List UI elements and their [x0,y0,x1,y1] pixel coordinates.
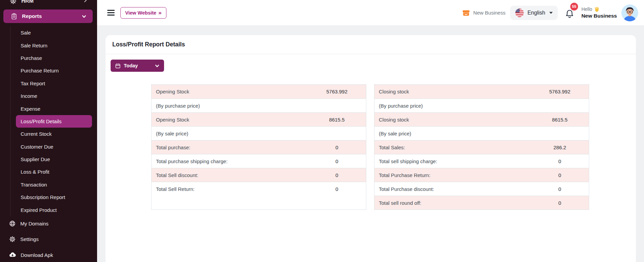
submenu-item-label: Loss/Profit Details [21,118,62,124]
business-name-label: New Business [473,10,505,16]
date-filter-label: Today [124,63,138,68]
sidebar-item-settings[interactable]: Settings [0,232,97,247]
submenu-item-label: Purchase [21,55,42,61]
hamburger-menu-icon[interactable] [107,8,115,17]
avatar[interactable] [621,4,638,21]
table-row: (By purchase price) [152,99,366,112]
sidebar-submenu-item[interactable]: Transaction [16,178,92,191]
table-row: Total Sell Return: 0 [152,182,366,196]
table-row: Total purchase shipping charge: 0 [152,154,366,168]
row-label: (By sale price) [374,131,531,136]
opening-stock-table: Opening Stock 5763.992 (By purchase pric… [151,84,366,210]
caret-down-icon [549,12,553,14]
table-row: Total sell round off: 0 [374,196,589,210]
sidebar-item-download-apk[interactable]: Download Apk [0,247,97,262]
table-row: (By sale price) [152,126,366,140]
language-selector[interactable]: English [510,6,557,20]
sidebar-submenu-item[interactable]: Sale Return [16,39,92,51]
sidebar-submenu-item[interactable]: Expired Product [16,203,92,216]
hrm-gear-icon [9,0,17,5]
row-label: Total Sales: [374,145,531,150]
sidebar-submenu-item[interactable]: Loss & Profit [16,166,92,178]
submenu-item-label: Current Stock [21,131,52,137]
clipboard-icon [10,13,18,20]
sidebar-item-label: My Domains [20,221,48,226]
row-value: 5763.992 [531,89,589,94]
sidebar-submenu-item[interactable]: Subscription Report [16,191,92,203]
row-value: 0 [308,172,366,178]
sidebar-item-label: HRM [21,0,33,4]
row-label: Opening Stock [152,117,308,123]
sidebar-submenu-item[interactable]: Expense [16,102,92,115]
language-label: English [527,10,545,16]
card-header: Loss/Profit Report Details [106,35,636,54]
submenu-item-label: Tax Report [21,81,45,86]
calendar-icon [115,63,121,69]
notifications-button[interactable]: 55 [564,6,576,20]
greeting-label: Hello [581,6,592,12]
sidebar-submenu-item[interactable]: Loss/Profit Details [16,115,92,128]
row-label: Total sell round off: [374,200,531,206]
row-label: Total Sell discount: [152,172,308,178]
row-label: Closing stock [374,117,531,123]
shop-icon [462,9,470,17]
chevron-right-icon [83,0,88,3]
sidebar-submenu-item[interactable]: Current Stock [16,128,92,140]
submenu-item-label: Income [21,93,37,99]
row-label: Total purchase: [152,145,308,150]
sidebar-submenu-item[interactable]: Customer Due [16,140,92,153]
sidebar-item-label: Download Apk [21,252,53,258]
gear-icon [9,236,16,243]
submenu-item-label: Purchase Return [21,68,59,73]
chevron-down-icon [155,63,160,68]
row-label: Total Sell Return: [152,186,308,192]
sidebar-group-reports[interactable]: Reports [3,9,93,23]
sidebar-submenu-item[interactable]: Supplier Due [16,153,92,166]
row-value: 0 [531,186,589,192]
business-indicator[interactable]: New Business [462,9,505,17]
submenu-item-label: Transaction [21,182,47,188]
row-label: (By purchase price) [374,103,531,109]
sidebar-group-label: Reports [22,13,42,19]
user-greeting: Hello New Business [581,6,617,19]
report-card: Loss/Profit Report Details Today Opening… [106,35,636,262]
sidebar-item-label: Settings [20,236,39,242]
submenu-item-label: Customer Due [21,144,53,150]
row-label: Total purchase shipping charge: [152,158,308,164]
sidebar-bottom-section: My Domains Settings [0,216,97,262]
sidebar-submenu-item[interactable]: Purchase Return [16,64,92,77]
view-website-button[interactable]: View Website » [120,7,166,19]
sidebar-submenu-item[interactable]: Purchase [16,52,92,64]
double-chevron-icon: » [158,10,161,16]
row-label: Closing stock [374,89,531,94]
sidebar-item-hrm[interactable]: HRM [0,0,97,8]
sidebar-submenu-item[interactable]: Tax Report [16,77,92,90]
page-title: Loss/Profit Report Details [112,41,185,48]
topbar-right-cluster: New Business [462,4,644,21]
table-row: Opening Stock 5763.992 [152,85,366,99]
row-value: 0 [308,145,366,150]
sidebar-item-my-domains[interactable]: My Domains [0,216,97,232]
submenu-item-label: Loss & Profit [21,169,49,175]
row-value: 286.2 [531,145,589,150]
row-label: Total sell shipping charge: [374,158,531,164]
table-row: Total purchase: 0 [152,140,366,154]
table-row: Total Purchase discount: 0 [374,182,589,196]
row-label: Opening Stock [152,89,308,94]
row-value: 0 [531,172,589,178]
sidebar-submenu-item[interactable]: Sale [16,26,92,39]
submenu-item-label: Sale Return [21,43,47,48]
row-label: (By purchase price) [152,103,308,109]
us-flag-icon [515,8,524,17]
globe-icon [9,220,16,227]
row-value: 0 [308,158,366,164]
sidebar-submenu-item[interactable]: Income [16,90,92,102]
notification-count-badge: 55 [570,3,578,10]
closing-stock-table: Closing stock 5763.992 (By purchase pric… [374,84,589,210]
date-filter-dropdown[interactable]: Today [111,60,164,72]
reports-submenu: Sale Sale Return Purchase Purchase Retur… [10,26,97,216]
row-value: 0 [308,186,366,192]
row-label: Total Purchase discount: [374,186,531,192]
submenu-item-label: Supplier Due [21,156,50,162]
user-name-label: New Business [581,13,617,19]
